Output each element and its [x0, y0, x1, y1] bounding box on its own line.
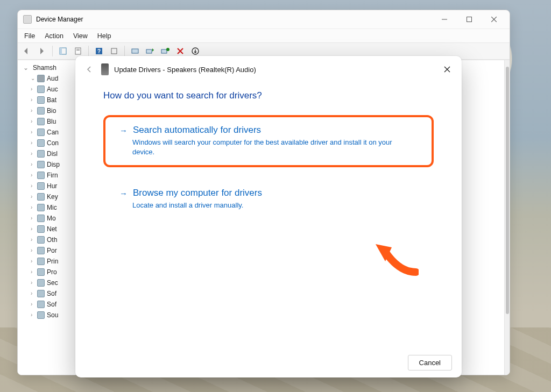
- tree-item[interactable]: ›Auc: [23, 84, 68, 95]
- chevron-right-icon[interactable]: ›: [31, 159, 35, 170]
- tree-item-label: Oth: [47, 234, 57, 245]
- cancel-button[interactable]: Cancel: [408, 355, 452, 370]
- tree-item[interactable]: ›Sec: [23, 277, 68, 288]
- chevron-right-icon[interactable]: ›: [31, 127, 35, 138]
- vertical-scrollbar[interactable]: [504, 60, 510, 375]
- tree-item[interactable]: ›Mic: [23, 202, 68, 213]
- maximize-button[interactable]: [457, 12, 482, 27]
- chevron-right-icon[interactable]: ›: [31, 202, 35, 213]
- option-search-automatically[interactable]: → Search automatically for drivers Windo…: [103, 115, 434, 167]
- category-icon: [37, 150, 45, 158]
- tree-item-audio[interactable]: ⌄ Aud: [23, 73, 68, 84]
- close-button[interactable]: [482, 12, 506, 27]
- category-icon: [37, 311, 45, 319]
- tree-root[interactable]: ⌄ Shamsh: [23, 62, 68, 73]
- speaker-icon: [37, 75, 45, 82]
- svg-rect-6: [76, 50, 80, 51]
- action-icon-button[interactable]: [108, 45, 120, 57]
- option-description: Locate and install a driver manually.: [132, 201, 412, 210]
- tree-item[interactable]: ›Mo: [23, 213, 68, 224]
- tree-item-label: Sou: [47, 310, 58, 320]
- chevron-right-icon[interactable]: ›: [31, 84, 35, 95]
- tree-item[interactable]: ›Disl: [23, 148, 68, 159]
- scan-hardware-button[interactable]: [129, 45, 141, 57]
- window-title: Device Manager: [36, 16, 83, 23]
- menu-help[interactable]: Help: [97, 32, 111, 40]
- tree-item[interactable]: ›Sof: [23, 288, 68, 299]
- chevron-right-icon[interactable]: ›: [31, 299, 35, 310]
- tree-item[interactable]: ›Net: [23, 224, 68, 234]
- chevron-right-icon[interactable]: ›: [31, 116, 35, 127]
- tree-item[interactable]: ›Bat: [23, 95, 68, 105]
- tree-item[interactable]: ›Can: [23, 127, 68, 138]
- category-icon: [37, 204, 45, 211]
- tree-item-label: Disp: [47, 159, 60, 170]
- chevron-right-icon[interactable]: ›: [31, 181, 35, 191]
- back-button[interactable]: [83, 63, 96, 76]
- enable-device-button[interactable]: [189, 45, 201, 57]
- menu-file[interactable]: File: [24, 32, 35, 40]
- nav-forward-button[interactable]: [36, 45, 48, 57]
- scrollbar-thumb[interactable]: [506, 67, 509, 314]
- category-icon: [37, 96, 45, 104]
- chevron-right-icon[interactable]: ›: [31, 148, 35, 159]
- category-icon: [37, 290, 45, 297]
- chevron-right-icon[interactable]: ›: [31, 95, 35, 105]
- tree-item[interactable]: ›Por: [23, 245, 68, 256]
- uninstall-device-button[interactable]: [159, 45, 171, 57]
- chevron-right-icon[interactable]: ›: [31, 310, 35, 320]
- tree-item[interactable]: ›Sof: [23, 299, 68, 310]
- dialog-close-button[interactable]: [438, 61, 456, 77]
- arrow-right-icon: →: [119, 189, 128, 198]
- update-driver-button[interactable]: [144, 45, 156, 57]
- chevron-right-icon[interactable]: ›: [31, 277, 35, 288]
- menu-action[interactable]: Action: [45, 32, 63, 40]
- tree-item[interactable]: ›Con: [23, 138, 68, 148]
- category-icon: [37, 193, 45, 201]
- chevron-right-icon[interactable]: ›: [31, 245, 35, 256]
- tree-item-label: Net: [47, 224, 57, 234]
- chevron-right-icon[interactable]: ›: [31, 105, 35, 116]
- dm-menubar: File Action View Help: [18, 28, 510, 42]
- tree-item[interactable]: ›Bio: [23, 105, 68, 116]
- properties-button[interactable]: [72, 45, 84, 57]
- tree-item[interactable]: ›Blu: [23, 116, 68, 127]
- tree-item-label: Bio: [47, 105, 56, 116]
- tree-item[interactable]: ›Firn: [23, 170, 68, 181]
- chevron-right-icon[interactable]: ›: [31, 191, 35, 202]
- help-button[interactable]: ?: [93, 45, 105, 57]
- collapse-icon[interactable]: ⌄: [23, 62, 29, 73]
- tree-item[interactable]: ›Hur: [23, 181, 68, 191]
- menu-view[interactable]: View: [73, 32, 88, 40]
- disable-device-button[interactable]: [174, 45, 186, 57]
- tree-item[interactable]: ›Pro: [23, 267, 68, 277]
- chevron-right-icon[interactable]: ›: [31, 138, 35, 148]
- tree-item[interactable]: ›Disp: [23, 159, 68, 170]
- chevron-right-icon[interactable]: ›: [31, 224, 35, 234]
- chevron-right-icon[interactable]: ›: [31, 170, 35, 181]
- tree-item-label: Aud: [47, 73, 58, 84]
- chevron-right-icon[interactable]: ›: [31, 256, 35, 267]
- driver-device-icon: [101, 63, 109, 75]
- chevron-right-icon[interactable]: ›: [31, 267, 35, 277]
- tree-item[interactable]: ›Oth: [23, 234, 68, 245]
- chevron-right-icon[interactable]: ›: [31, 288, 35, 299]
- chevron-right-icon[interactable]: ›: [31, 213, 35, 224]
- dm-titlebar[interactable]: Device Manager: [18, 10, 510, 28]
- dialog-title: Update Drivers - Speakers (Realtek(R) Au…: [114, 66, 256, 74]
- option-description: Windows will search your computer for th…: [132, 138, 412, 156]
- nav-back-button[interactable]: [21, 45, 33, 57]
- tree-item-label: Hur: [47, 181, 57, 191]
- show-hide-tree-button[interactable]: [57, 45, 69, 57]
- expand-icon[interactable]: ⌄: [31, 73, 35, 84]
- chevron-right-icon[interactable]: ›: [31, 234, 35, 245]
- tree-item[interactable]: ›Key: [23, 191, 68, 202]
- device-tree[interactable]: ⌄ Shamsh ⌄ Aud ›Auc›Bat›Bio›Blu›Can›Con›…: [18, 60, 72, 375]
- option-browse-computer[interactable]: → Browse my computer for drivers Locate …: [103, 178, 434, 221]
- svg-rect-12: [161, 49, 167, 53]
- category-icon: [37, 225, 45, 233]
- tree-item[interactable]: ›Sou: [23, 310, 68, 320]
- category-icon: [37, 107, 45, 115]
- tree-item[interactable]: ›Prin: [23, 256, 68, 267]
- minimize-button[interactable]: [432, 12, 457, 27]
